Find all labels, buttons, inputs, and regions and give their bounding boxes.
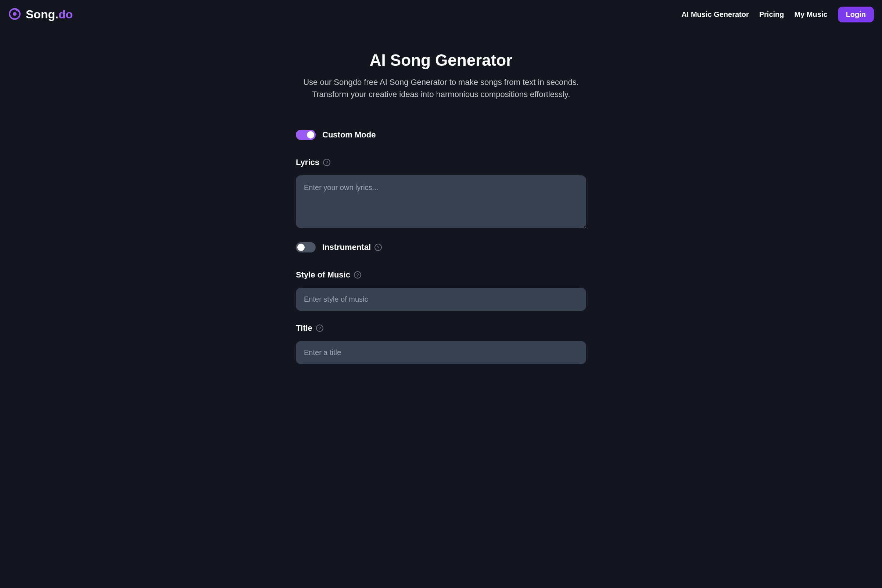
svg-point-1 <box>13 12 16 16</box>
main-header: Song.do AI Music Generator Pricing My Mu… <box>0 0 882 29</box>
custom-mode-label: Custom Mode <box>322 130 376 140</box>
title-input[interactable] <box>296 341 586 364</box>
instrumental-help-icon[interactable]: ? <box>375 244 382 251</box>
lyrics-help-icon[interactable]: ? <box>323 159 330 166</box>
instrumental-label: Instrumental <box>322 243 371 252</box>
page-subtitle: Use our Songdo free AI Song Generator to… <box>285 76 597 100</box>
style-input[interactable] <box>296 288 586 311</box>
style-help-icon[interactable]: ? <box>354 271 361 279</box>
nav-my-music[interactable]: My Music <box>795 10 828 19</box>
custom-mode-row: Custom Mode <box>296 130 586 140</box>
title-help-icon[interactable]: ? <box>316 324 323 332</box>
style-label: Style of Music <box>296 270 350 280</box>
lyrics-label: Lyrics <box>296 158 320 167</box>
instrumental-label-group: Instrumental ? <box>322 243 382 252</box>
toggle-knob <box>297 244 304 251</box>
logo[interactable]: Song.do <box>8 8 73 22</box>
main-nav: AI Music Generator Pricing My Music Logi… <box>681 7 874 22</box>
instrumental-toggle[interactable] <box>296 242 316 252</box>
toggle-knob <box>307 131 314 138</box>
main-content: AI Song Generator Use our Songdo free AI… <box>246 29 636 392</box>
lyrics-input[interactable] <box>296 175 586 228</box>
custom-mode-toggle[interactable] <box>296 130 316 140</box>
nav-pricing[interactable]: Pricing <box>759 10 784 19</box>
page-title: AI Song Generator <box>254 51 628 69</box>
logo-icon <box>8 8 21 22</box>
login-button[interactable]: Login <box>838 7 874 22</box>
generator-form: Custom Mode Lyrics ? Instrumental ? Styl… <box>296 130 586 376</box>
nav-ai-generator[interactable]: AI Music Generator <box>681 10 748 19</box>
lyrics-label-row: Lyrics ? <box>296 158 586 167</box>
title-label: Title <box>296 323 312 333</box>
instrumental-row: Instrumental ? <box>296 242 586 252</box>
title-label-row: Title ? <box>296 323 586 333</box>
style-label-row: Style of Music ? <box>296 270 586 280</box>
logo-text: Song.do <box>26 8 73 21</box>
